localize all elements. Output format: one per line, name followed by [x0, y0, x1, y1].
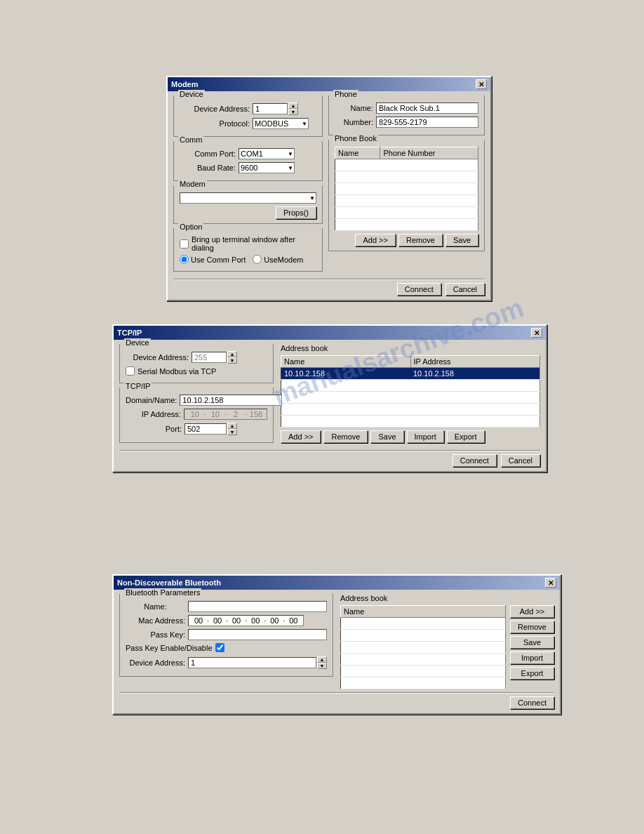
bt-connect-button[interactable]: Connect: [510, 696, 554, 709]
table-row[interactable]: [335, 159, 478, 171]
table-row[interactable]: [341, 677, 506, 689]
ip-seg4-input[interactable]: [248, 410, 264, 418]
tcpip-device-address-down[interactable]: ▼: [227, 357, 237, 364]
modem-comm-label: Comm: [178, 135, 203, 144]
ip-seg3-input[interactable]: [227, 410, 244, 418]
bt-name-input[interactable]: [188, 601, 327, 612]
mac-seg3-input[interactable]: [229, 616, 244, 625]
tcpip-col-ip: IP Address: [410, 356, 540, 368]
tcpip-device-address-up[interactable]: ▲: [227, 351, 237, 357]
mac-seg6-input[interactable]: [286, 616, 301, 625]
table-row[interactable]: [341, 618, 506, 630]
device-address-up[interactable]: ▲: [288, 102, 298, 109]
baud-rate-select[interactable]: 9600 19200 38400 57600 115200: [239, 162, 295, 173]
tcpip-remove-button[interactable]: Remove: [323, 430, 368, 443]
bt-name-label: Name:: [126, 602, 185, 611]
baud-rate-label: Baud Rate:: [180, 164, 236, 172]
serial-modbus-checkbox[interactable]: [126, 366, 135, 376]
modem-connect-button[interactable]: Connect: [397, 283, 441, 296]
port-down[interactable]: ▼: [227, 429, 237, 435]
bt-add-button[interactable]: Add >>: [510, 605, 554, 618]
phone-number-input[interactable]: [376, 117, 478, 128]
modem-titlebar: Modem ✕: [168, 77, 490, 91]
mac-seg2-input[interactable]: [210, 616, 225, 625]
table-row[interactable]: 10.10.2.158 10.10.2.158: [281, 368, 540, 380]
bt-import-button[interactable]: Import: [510, 651, 554, 664]
pass-key-enable-checkbox[interactable]: [215, 643, 224, 652]
tcpip-titlebar: TCP/IP ✕: [114, 326, 546, 340]
tcpip-cancel-button[interactable]: Cancel: [501, 454, 540, 467]
tcpip-export-button[interactable]: Export: [447, 430, 485, 443]
tcpip-connect-button[interactable]: Connect: [452, 454, 497, 467]
table-row[interactable]: [335, 183, 478, 195]
phone-book-table: Name Phone Number: [335, 147, 478, 231]
bluetooth-close-button[interactable]: ✕: [545, 578, 556, 588]
bt-address-book-label: Address book: [340, 594, 387, 602]
modem-select[interactable]: [180, 192, 316, 204]
pass-key-label: Pass Key:: [126, 630, 185, 639]
table-row[interactable]: [335, 171, 478, 183]
mac-label: Mac Address:: [126, 616, 185, 625]
tcpip-tcpip-group: TCP/IP Domain/Name: IP Address: · ·: [119, 388, 274, 443]
modem-dialog: Modem ✕ Device Device Address: ▲ ▼: [166, 76, 492, 301]
bt-save-button[interactable]: Save: [510, 636, 554, 649]
ip-seg2-input[interactable]: [207, 410, 224, 418]
modem-device-label: Device: [178, 90, 205, 98]
table-row[interactable]: [335, 195, 478, 207]
table-row[interactable]: [281, 380, 540, 392]
ip-dot3: ·: [245, 410, 247, 418]
device-address-down[interactable]: ▼: [288, 109, 298, 115]
mac-seg1-input[interactable]: [191, 616, 206, 625]
bluetooth-titlebar: Non-Discoverable Bluetooth ✕: [114, 576, 560, 590]
bt-remove-button[interactable]: Remove: [510, 621, 554, 633]
use-modem-radio[interactable]: [253, 255, 262, 264]
port-input[interactable]: [185, 423, 227, 435]
port-up[interactable]: ▲: [227, 423, 237, 429]
pass-key-input[interactable]: [188, 629, 327, 640]
phonebook-save-button[interactable]: Save: [445, 234, 478, 246]
address-row-ip: 10.10.2.158: [410, 368, 540, 380]
ip-seg1-input[interactable]: [187, 410, 203, 418]
tcpip-device-address-label: Device Address:: [126, 353, 189, 362]
use-comm-port-radio[interactable]: [180, 255, 189, 264]
address-book-table: Name IP Address 10.10.2.158 10.10.2.158: [281, 355, 540, 428]
table-row[interactable]: [281, 392, 540, 404]
tcpip-device-group: Device Device Address: ▲ ▼: [119, 344, 274, 383]
comm-port-select[interactable]: COM1 COM2 COM3 COM4: [239, 148, 295, 159]
table-row[interactable]: [341, 666, 506, 677]
device-address-input[interactable]: [253, 103, 288, 114]
mac-dot3: ·: [245, 616, 247, 625]
use-comm-port-radio-label: Use Comm Port: [180, 255, 246, 264]
table-row[interactable]: [281, 416, 540, 428]
tcpip-close-button[interactable]: ✕: [531, 328, 542, 338]
table-row[interactable]: [335, 207, 478, 219]
bt-device-address-input[interactable]: [188, 657, 316, 668]
bt-export-button[interactable]: Export: [510, 667, 554, 680]
phone-name-input[interactable]: [376, 102, 478, 114]
phonebook-add-button[interactable]: Add >>: [355, 234, 395, 246]
bt-device-address-up[interactable]: ▲: [317, 656, 327, 663]
mac-seg4-input[interactable]: [248, 616, 263, 625]
table-row[interactable]: [341, 642, 506, 654]
bring-up-terminal-checkbox[interactable]: [180, 239, 189, 249]
phonebook-remove-button[interactable]: Remove: [398, 234, 443, 246]
modem-cancel-button[interactable]: Cancel: [445, 283, 485, 296]
tcpip-save-button[interactable]: Save: [370, 430, 403, 443]
modem-modem-label: Modem: [178, 180, 207, 188]
tcpip-add-button[interactable]: Add >>: [281, 430, 321, 443]
tcpip-import-button[interactable]: Import: [407, 430, 444, 443]
tcpip-title: TCP/IP: [117, 329, 142, 337]
domain-input[interactable]: [180, 395, 282, 406]
props-button[interactable]: Props(): [276, 206, 316, 219]
table-row[interactable]: [341, 654, 506, 666]
table-row[interactable]: [281, 404, 540, 416]
bt-device-address-down[interactable]: ▼: [317, 663, 327, 669]
protocol-select[interactable]: MODBUS: [253, 118, 309, 129]
modem-close-button[interactable]: ✕: [476, 79, 487, 89]
tcpip-device-address-spinner: ▲ ▼: [227, 351, 237, 364]
tcpip-device-label: Device: [124, 338, 151, 347]
mac-seg5-input[interactable]: [267, 616, 282, 625]
table-row[interactable]: [335, 219, 478, 231]
bring-up-terminal-label: Bring up terminal window after dialing: [192, 235, 316, 252]
table-row[interactable]: [341, 630, 506, 642]
